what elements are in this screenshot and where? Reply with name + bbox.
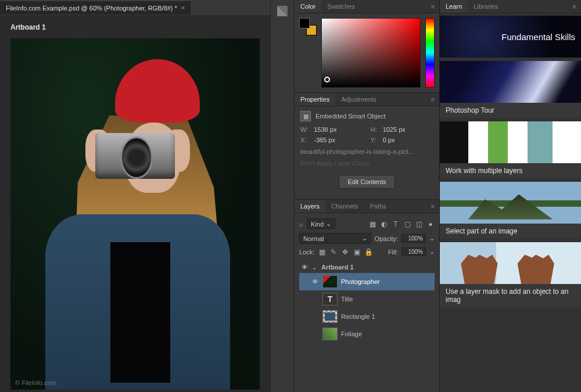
document-tab-title: FileInfo.com Example.psd @ 60% (Photogra…: [6, 5, 177, 12]
layers-panel-body: ⌕ Kind ⌄ ▦ ◐ T ▢ ◫ ● Normal⌄ Opacity: 10…: [295, 213, 439, 346]
collapsed-panel-strip: [270, 0, 295, 392]
tab-color[interactable]: Color: [295, 0, 321, 13]
layer-name: Artboard 1: [321, 264, 354, 271]
blend-mode-dropdown[interactable]: Normal⌄: [299, 233, 371, 244]
x-label: X:: [300, 136, 308, 143]
lock-brush-icon[interactable]: ✎: [329, 248, 338, 256]
learn-caption: Use a layer mask to add an object to an …: [440, 284, 581, 307]
learn-card[interactable]: Select part of an image: [440, 182, 581, 239]
layer-name: Title: [341, 296, 353, 303]
layer-item-rectangle[interactable]: Rectangle 1: [299, 308, 435, 325]
learn-caption: Work with multiple layers: [440, 163, 581, 178]
layer-name: Foliage: [341, 330, 362, 337]
lock-label: Lock:: [299, 249, 314, 256]
layer-item-foliage[interactable]: Foliage: [299, 325, 435, 343]
foreground-swatch[interactable]: [299, 18, 310, 28]
opacity-label: Opacity:: [375, 235, 398, 242]
x-value[interactable]: -385 px: [314, 136, 364, 143]
tab-channels[interactable]: Channels: [325, 200, 364, 213]
document-tab-bar: FileInfo.com Example.psd @ 60% (Photogra…: [0, 0, 270, 15]
learn-hero-label: Fundamental Skills: [501, 32, 575, 42]
fill-label: Fill:: [388, 249, 398, 256]
lock-position-icon[interactable]: ✥: [341, 248, 349, 256]
chevron-down-icon[interactable]: ⌄: [429, 248, 435, 256]
color-field[interactable]: [321, 18, 421, 88]
document-tab[interactable]: FileInfo.com Example.psd @ 60% (Photogra…: [0, 1, 191, 15]
close-icon[interactable]: ×: [181, 3, 185, 12]
learn-hero[interactable]: Fundamental Skills: [440, 16, 581, 57]
layer-filter-dropdown[interactable]: Kind ⌄: [307, 218, 335, 229]
y-label: Y:: [371, 136, 377, 143]
layer-item-artboard[interactable]: 👁 ⌄ Artboard 1: [299, 261, 435, 273]
filter-adjustment-icon[interactable]: ◐: [380, 220, 388, 228]
color-panel-tabs: Color Swatches ≡: [295, 0, 439, 13]
layer-thumbnail[interactable]: T: [322, 293, 338, 305]
layer-name: Photographer: [341, 278, 380, 285]
visibility-icon[interactable]: 👁: [300, 264, 309, 271]
layer-item-title[interactable]: T Title: [299, 290, 435, 308]
filter-pixel-icon[interactable]: ▦: [368, 220, 376, 228]
hue-slider[interactable]: [425, 18, 435, 88]
tab-learn[interactable]: Learn: [440, 0, 468, 13]
tab-swatches[interactable]: Swatches: [321, 0, 361, 13]
learn-thumbnail: Fundamental Skills: [440, 16, 581, 57]
learn-thumbnail: [440, 61, 581, 103]
filter-toggle-icon[interactable]: ●: [426, 220, 435, 228]
source-filename: beautiful-photographer-is-taking-a-pict.…: [300, 148, 433, 155]
smart-object-icon: ▦: [300, 111, 311, 121]
properties-panel-tabs: Properties Adjustments ≡: [295, 93, 439, 106]
layers-panel-tabs: Layers Channels Paths ≡: [295, 200, 439, 213]
width-value[interactable]: 1538 px: [314, 126, 364, 133]
learn-caption: Photoshop Tour: [440, 103, 581, 118]
tab-adjustments[interactable]: Adjustments: [335, 93, 382, 106]
layer-thumbnail[interactable]: [322, 328, 338, 340]
height-value[interactable]: 1025 px: [383, 126, 433, 133]
object-type-label: Embedded Smart Object: [315, 113, 385, 120]
learn-card[interactable]: Use a layer mask to add an object to an …: [440, 242, 581, 307]
chevron-down-icon[interactable]: ⌄: [312, 264, 318, 271]
height-label: H:: [371, 126, 377, 133]
opacity-value[interactable]: 100%: [401, 234, 426, 243]
learn-card[interactable]: Work with multiple layers: [440, 121, 581, 178]
panel-menu-icon[interactable]: ≡: [568, 0, 581, 13]
lock-transparency-icon[interactable]: ▦: [318, 248, 326, 256]
layer-filter-icons: ▦ ◐ T ▢ ◫ ●: [368, 220, 435, 228]
panel-menu-icon[interactable]: ≡: [426, 200, 439, 213]
chevron-down-icon[interactable]: ⌄: [429, 235, 435, 242]
panel-menu-icon[interactable]: ≡: [426, 93, 439, 106]
foreground-background-swatches[interactable]: [299, 18, 317, 35]
filter-smart-icon[interactable]: ◫: [415, 220, 423, 228]
filter-shape-icon[interactable]: ▢: [403, 220, 411, 228]
panel-icon[interactable]: [277, 6, 288, 16]
learn-thumbnail: [440, 121, 581, 163]
learn-thumbnail: [440, 182, 581, 224]
layer-name: Rectangle 1: [341, 313, 375, 320]
edit-contents-button[interactable]: Edit Contents: [339, 175, 394, 189]
visibility-icon[interactable]: 👁: [311, 278, 319, 285]
layer-comp-dropdown[interactable]: Don't Apply Layer Comp: [300, 160, 433, 167]
tab-layers[interactable]: Layers: [295, 200, 325, 213]
panel-menu-icon[interactable]: ≡: [426, 0, 439, 13]
color-picker-cursor[interactable]: [324, 77, 330, 82]
canvas-area: FileInfo.com Example.psd @ 60% (Photogra…: [0, 0, 270, 392]
tab-libraries[interactable]: Libraries: [468, 0, 504, 13]
learn-panel-tabs: Learn Libraries ≡: [440, 0, 581, 13]
layer-thumbnail[interactable]: [322, 275, 338, 288]
lock-all-icon[interactable]: 🔒: [364, 248, 372, 256]
width-label: W:: [300, 126, 308, 133]
fill-value[interactable]: 100%: [401, 247, 426, 256]
layer-item-photographer[interactable]: 👁 Photographer: [299, 273, 435, 290]
color-panel-body: [295, 13, 439, 92]
tab-properties[interactable]: Properties: [295, 93, 335, 106]
y-value[interactable]: 0 px: [383, 136, 433, 143]
filter-type-icon[interactable]: T: [392, 220, 400, 228]
layer-thumbnail[interactable]: [322, 310, 338, 323]
photo-preview: [10, 38, 260, 390]
watermark: © FileInfo.com: [15, 379, 56, 386]
learn-card[interactable]: Photoshop Tour: [440, 61, 581, 118]
canvas[interactable]: © FileInfo.com: [10, 38, 260, 390]
tab-paths[interactable]: Paths: [364, 200, 392, 213]
lock-artboard-icon[interactable]: ▣: [353, 248, 361, 256]
learn-caption: Select part of an image: [440, 224, 581, 239]
middle-panel-column: Color Swatches ≡ Properties Adjustments …: [295, 0, 440, 392]
